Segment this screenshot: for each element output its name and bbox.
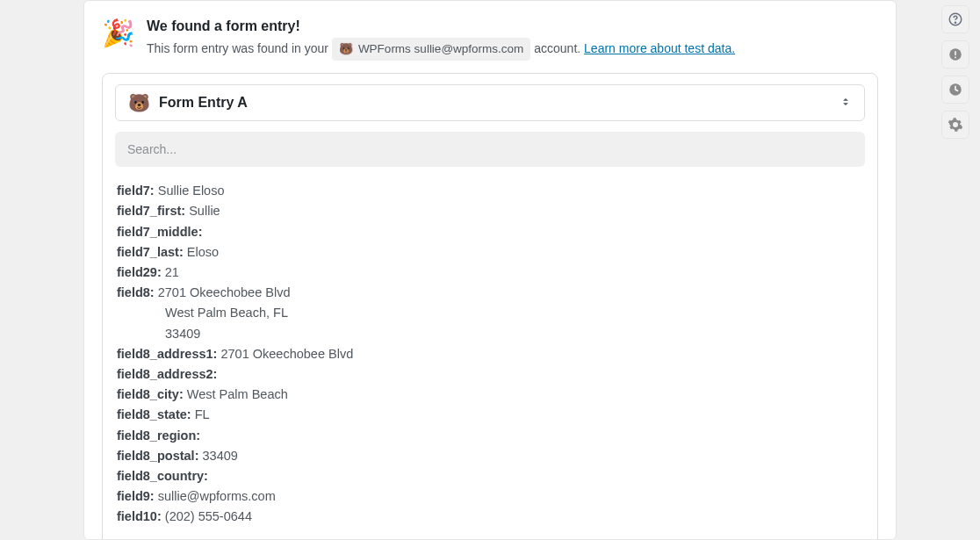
entry-title: Form Entry A — [159, 95, 248, 111]
party-emoji: 🎉 — [102, 18, 134, 61]
field-row: field8_country: — [117, 466, 863, 486]
field-row: field7_middle: — [117, 222, 863, 242]
field-row: field8: 2701 Okeechobee Blvd — [117, 283, 863, 303]
field-row: field8_region: — [117, 426, 863, 446]
svg-rect-3 — [955, 51, 956, 55]
field8-line3: 33409 — [117, 324, 863, 344]
field8-line2: West Palm Beach, FL — [117, 303, 863, 323]
field-row: field10: (202) 555-0644 — [117, 507, 863, 527]
field-row: field7: Sullie Eloso — [117, 181, 863, 201]
right-sidebar-icons — [941, 5, 969, 139]
svg-point-4 — [955, 56, 956, 58]
notice-subtitle: This form entry was found in your 🐻 WPFo… — [147, 38, 735, 61]
field-row: field7_last: Eloso — [117, 242, 863, 263]
entry-select-dropdown[interactable]: 🐻 Form Entry A — [115, 84, 865, 121]
clock-icon[interactable] — [941, 76, 969, 104]
found-entry-notice: 🎉 We found a form entry! This form entry… — [84, 18, 896, 73]
learn-more-link[interactable]: Learn more about test data. — [584, 41, 735, 55]
field-row: field8_city: West Palm Beach — [117, 385, 863, 405]
field-row: field29: 21 — [117, 263, 863, 283]
form-entry-card: 🎉 We found a form entry! This form entry… — [83, 0, 897, 540]
entry-panel: 🐻 Form Entry A field7: Sullie Eloso fiel… — [102, 73, 878, 540]
help-icon[interactable] — [941, 5, 969, 33]
field-row: field8_address1: 2701 Okeechobee Blvd — [117, 344, 863, 364]
notice-prefix: This form entry was found in your — [147, 41, 332, 55]
svg-point-1 — [955, 22, 955, 23]
notice-mid: account. — [534, 41, 584, 55]
field-row: field8_address2: — [117, 364, 863, 385]
field-row: field7_first: Sullie — [117, 201, 863, 221]
search-input[interactable] — [115, 132, 865, 167]
alert-icon[interactable] — [941, 40, 969, 68]
account-chip: 🐻 WPForms sullie@wpforms.com — [332, 38, 530, 61]
notice-title: We found a form entry! — [147, 18, 735, 34]
gear-icon[interactable] — [941, 111, 969, 139]
field-row: field8_postal: 33409 — [117, 446, 863, 466]
account-text: WPForms sullie@wpforms.com — [358, 40, 523, 58]
entry-icon: 🐻 — [128, 94, 150, 112]
fields-list: field7: Sullie Eloso field7_first: Sulli… — [115, 181, 865, 527]
field-row: field8_state: FL — [117, 405, 863, 425]
wpforms-icon: 🐻 — [339, 40, 353, 58]
chevron-updown-icon — [839, 96, 852, 111]
field-row: field9: sullie@wpforms.com — [117, 486, 863, 507]
